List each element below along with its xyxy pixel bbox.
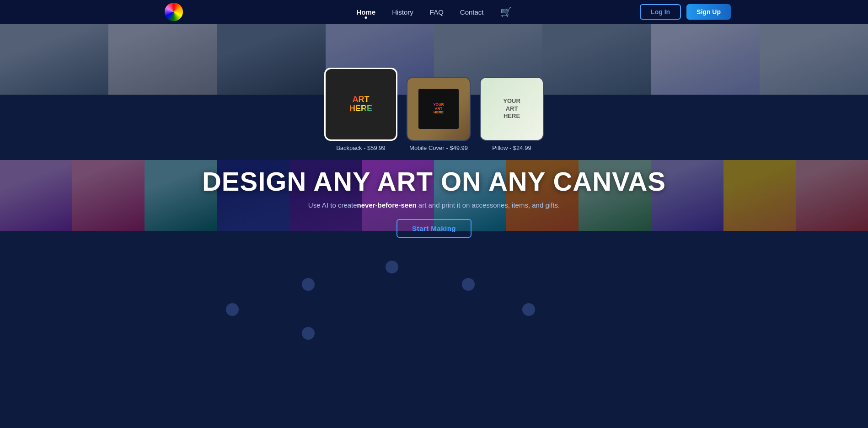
pillow-art: YOURARTHERE <box>481 78 543 140</box>
dot-1 <box>386 261 398 273</box>
hero-subline-post: art and print it on accessories, items, … <box>417 201 560 209</box>
navbar: Home History FAQ Contact 🛒 Log In Sign U… <box>0 0 868 24</box>
dot-2 <box>302 278 315 291</box>
nav-link-contact[interactable]: Contact <box>460 8 484 16</box>
dots-section <box>0 238 868 421</box>
hero-subline: Use AI to createnever-before-seen art an… <box>202 201 666 209</box>
backpack-art: ARTHERE <box>326 69 396 139</box>
mat-art-text: YOURARTHERE <box>433 103 444 115</box>
pillow-label: Pillow - $24.99 <box>492 144 531 151</box>
dot-5 <box>522 303 535 316</box>
start-making-button[interactable]: Start Making <box>396 219 472 238</box>
cart-icon[interactable]: 🛒 <box>500 6 512 17</box>
hero-subline-pre: Use AI to create <box>308 201 357 209</box>
hero-content: DESIGN ANY ART ON ANY CANVAS Use AI to c… <box>202 151 666 238</box>
hero-headline: DESIGN ANY ART ON ANY CANVAS <box>202 166 666 197</box>
product-card-mobile-cover[interactable]: YOURARTHERE Mobile Cover - $49.99 <box>407 77 471 151</box>
mat-art: YOURARTHERE <box>407 78 470 140</box>
mat-art-inner: YOURARTHERE <box>418 89 459 129</box>
page-wrapper: Home History FAQ Contact 🛒 Log In Sign U… <box>0 0 868 421</box>
signup-button[interactable]: Sign Up <box>686 4 731 20</box>
nav-link-home[interactable]: Home <box>356 8 375 16</box>
nav-auth-buttons: Log In Sign Up <box>640 4 731 20</box>
product-card-pillow[interactable]: YOURARTHERE Pillow - $24.99 <box>480 77 544 151</box>
dot-4 <box>226 303 239 316</box>
product-image-pillow: YOURARTHERE <box>480 77 544 141</box>
nav-logo[interactable] <box>165 3 183 21</box>
nav-link-history[interactable]: History <box>392 8 413 16</box>
dot-6 <box>302 327 315 340</box>
backpack-label: Backpack - $59.99 <box>336 144 386 151</box>
product-cards: ARTHERE Backpack - $59.99 YOURARTHERE <box>324 68 544 151</box>
login-button[interactable]: Log In <box>640 4 681 20</box>
mobile-cover-label: Mobile Cover - $49.99 <box>409 144 468 151</box>
hero-section: ARTHERE Backpack - $59.99 YOURARTHERE <box>0 0 868 238</box>
product-card-backpack[interactable]: ARTHERE Backpack - $59.99 <box>324 68 397 151</box>
pillow-art-text: YOURARTHERE <box>503 97 520 121</box>
nav-link-faq[interactable]: FAQ <box>430 8 444 16</box>
backpack-art-text: ARTHERE <box>349 95 372 113</box>
nav-links: Home History FAQ Contact 🛒 <box>356 6 511 17</box>
product-image-mobile-cover: YOURARTHERE <box>407 77 471 141</box>
logo-icon <box>165 3 183 21</box>
hero-main-area: ARTHERE Backpack - $59.99 YOURARTHERE <box>0 0 868 238</box>
dot-3 <box>462 278 475 291</box>
product-image-backpack: ARTHERE <box>324 68 397 141</box>
hero-subline-bold: never-before-seen <box>357 201 417 209</box>
